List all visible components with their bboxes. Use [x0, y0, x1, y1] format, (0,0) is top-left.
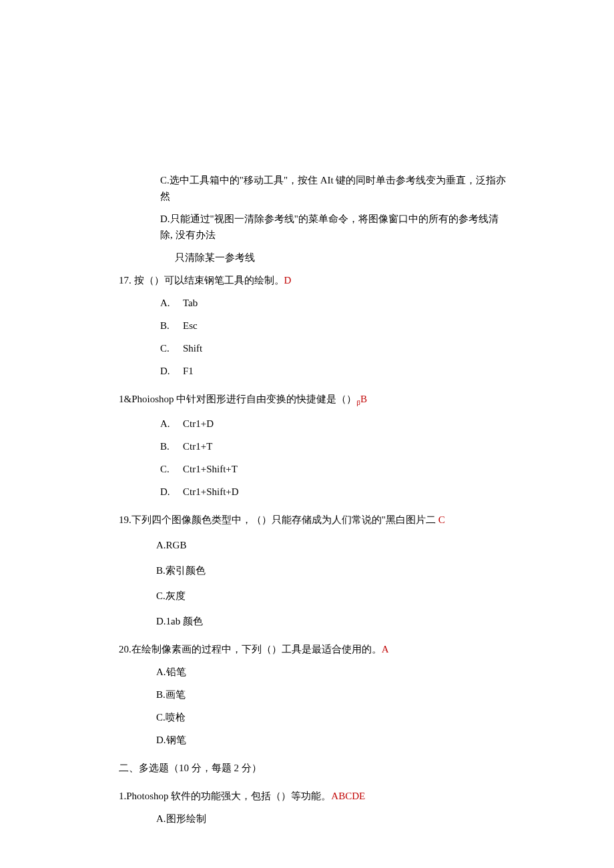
- q19-option-b: B.索引颜色: [119, 562, 507, 578]
- q18-option-c: C.Ctr1+Shift+T: [119, 461, 507, 477]
- option-letter: C.: [160, 340, 183, 356]
- q18-answer: B: [360, 394, 367, 404]
- q19-option-a: A.RGB: [119, 537, 507, 553]
- q20-option-d: D.钢笔: [119, 732, 507, 748]
- q19-answer: C: [438, 514, 445, 525]
- option-letter: C.: [160, 461, 183, 477]
- option-text: Tab: [183, 298, 198, 308]
- q17-option-a: A.Tab: [119, 295, 507, 311]
- q19-option-d: D.1ab 颜色: [119, 613, 507, 629]
- option-letter: D.: [160, 484, 183, 500]
- mq1-answer: ABCDE: [331, 791, 365, 801]
- q20-option-a: A.铅笔: [119, 664, 507, 680]
- mq1-stem-text: 1.Photoshop 软件的功能强大，包括（）等功能。: [119, 791, 331, 801]
- q16-option-d-line1: D.只能通过"视图一清除参考线"的菜单命令，将图像窗口中的所有的参考线清除, 没…: [119, 211, 507, 243]
- q20-answer: A: [382, 644, 389, 655]
- section-2-title: 二、多选题（10 分，每题 2 分）: [119, 760, 507, 776]
- q17-option-d: D.F1: [119, 363, 507, 379]
- option-text: Ctr1+Shift+D: [183, 486, 239, 497]
- option-letter: D.: [160, 363, 183, 379]
- q18-stem-text: 1&Phoioshop 中针对图形进行自由变换的快捷健是（）: [119, 394, 356, 404]
- option-text: Ctr1+T: [183, 441, 212, 452]
- mq1-stem: 1.Photoshop 软件的功能强大，包括（）等功能。ABCDE: [119, 788, 507, 804]
- q19-option-c: C.灰度: [119, 588, 507, 604]
- q19-stem: 19.下列四个图像颜色类型中，（）只能存储成为人们常说的"黑白图片二 C: [119, 512, 507, 528]
- q18-stem: 1&Phoioshop 中针对图形进行自由变换的快捷健是（）βB: [119, 391, 507, 409]
- q18-option-a: A.Ctr1+D: [119, 416, 507, 432]
- q20-stem-text: 20.在绘制像素画的过程中，下列（）工具是最适合使用的。: [119, 644, 382, 655]
- q20-stem: 20.在绘制像素画的过程中，下列（）工具是最适合使用的。A: [119, 641, 507, 657]
- q16-option-c: C.选中工具箱中的"移动工具"，按住 AIt 键的同时单击参考线变为垂直，泛指亦…: [119, 172, 507, 204]
- q16-option-d-line2: 只清除某一参考线: [119, 250, 507, 266]
- option-text: F1: [183, 366, 194, 376]
- mq1-option-a: A.图形绘制: [119, 811, 507, 827]
- option-letter: A.: [160, 295, 183, 311]
- option-letter: A.: [160, 416, 183, 432]
- option-text: Shift: [183, 343, 202, 354]
- option-letter: B.: [160, 318, 183, 334]
- option-text: Ctr1+Shift+T: [183, 464, 238, 474]
- option-text: Ctr1+D: [183, 418, 214, 429]
- q17-answer: D: [284, 275, 292, 286]
- q17-option-c: C.Shift: [119, 340, 507, 356]
- option-text: Esc: [183, 320, 198, 331]
- q20-option-b: B.画笔: [119, 687, 507, 703]
- q17-option-b: B.Esc: [119, 318, 507, 334]
- q18-option-b: B.Ctr1+T: [119, 438, 507, 454]
- q19-stem-text: 19.下列四个图像颜色类型中，（）只能存储成为人们常说的"黑白图片二: [119, 514, 438, 525]
- document-page: C.选中工具箱中的"移动工具"，按住 AIt 键的同时单击参考线变为垂直，泛指亦…: [0, 0, 614, 868]
- q17-stem-text: 17. 按（）可以结束钢笔工具的绘制。: [119, 275, 284, 286]
- option-letter: B.: [160, 438, 183, 454]
- q17-stem: 17. 按（）可以结束钢笔工具的绘制。D: [119, 272, 507, 288]
- q18-option-d: D.Ctr1+Shift+D: [119, 484, 507, 500]
- q20-option-c: C.喷枪: [119, 709, 507, 725]
